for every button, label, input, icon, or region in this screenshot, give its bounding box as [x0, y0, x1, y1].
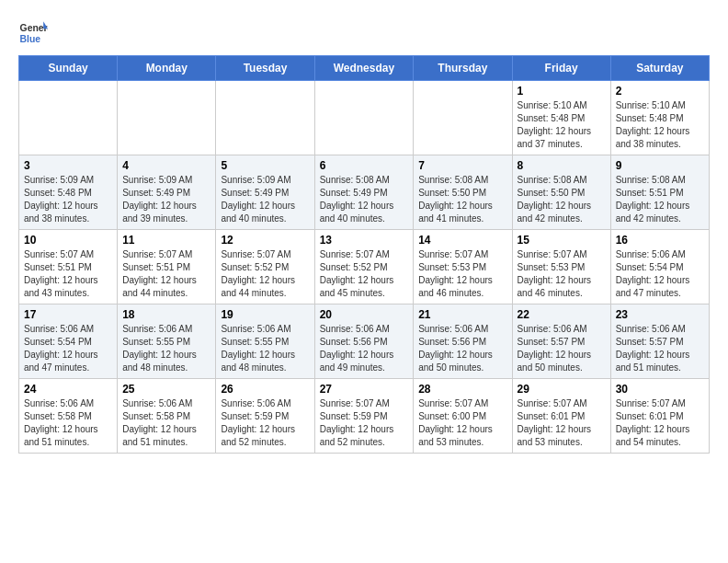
day-number: 4: [122, 159, 210, 172]
calendar-cell: 22Sunrise: 5:06 AM Sunset: 5:57 PM Dayli…: [512, 304, 610, 379]
day-number: 30: [616, 383, 704, 396]
calendar-cell: 13Sunrise: 5:07 AM Sunset: 5:52 PM Dayli…: [314, 230, 414, 304]
calendar-cell: 14Sunrise: 5:07 AM Sunset: 5:53 PM Dayli…: [414, 230, 512, 304]
weekday-header-sunday: Sunday: [19, 56, 118, 81]
day-number: 2: [616, 85, 704, 98]
day-info: Sunrise: 5:10 AM Sunset: 5:48 PM Dayligh…: [616, 99, 704, 151]
day-number: 3: [24, 159, 112, 172]
day-number: 1: [518, 85, 606, 98]
day-info: Sunrise: 5:10 AM Sunset: 5:48 PM Dayligh…: [518, 99, 606, 151]
calendar-cell: 3Sunrise: 5:09 AM Sunset: 5:48 PM Daylig…: [19, 155, 118, 230]
day-number: 23: [616, 308, 704, 321]
day-number: 20: [320, 308, 409, 321]
day-number: 25: [122, 383, 210, 396]
day-info: Sunrise: 5:07 AM Sunset: 5:51 PM Dayligh…: [24, 248, 112, 300]
day-number: 14: [418, 234, 506, 247]
day-info: Sunrise: 5:08 AM Sunset: 5:50 PM Dayligh…: [418, 174, 506, 225]
calendar-table: SundayMondayTuesdayWednesdayThursdayFrid…: [18, 55, 710, 454]
calendar-cell: 21Sunrise: 5:06 AM Sunset: 5:56 PM Dayli…: [414, 304, 512, 379]
calendar-cell: 16Sunrise: 5:06 AM Sunset: 5:54 PM Dayli…: [610, 230, 709, 304]
day-number: 17: [24, 308, 112, 321]
weekday-header-friday: Friday: [512, 56, 610, 81]
day-info: Sunrise: 5:06 AM Sunset: 5:57 PM Dayligh…: [518, 323, 606, 374]
day-info: Sunrise: 5:06 AM Sunset: 5:57 PM Dayligh…: [616, 323, 704, 374]
logo-icon: General Blue: [18, 18, 48, 48]
calendar-week-4: 17Sunrise: 5:06 AM Sunset: 5:54 PM Dayli…: [19, 304, 710, 379]
calendar-cell: 28Sunrise: 5:07 AM Sunset: 6:00 PM Dayli…: [414, 379, 512, 454]
calendar-cell: 17Sunrise: 5:06 AM Sunset: 5:54 PM Dayli…: [19, 304, 118, 379]
day-number: 11: [122, 234, 210, 247]
day-info: Sunrise: 5:09 AM Sunset: 5:49 PM Dayligh…: [221, 174, 309, 225]
calendar-cell: 19Sunrise: 5:06 AM Sunset: 5:55 PM Dayli…: [216, 304, 314, 379]
day-info: Sunrise: 5:07 AM Sunset: 6:01 PM Dayligh…: [518, 397, 606, 449]
day-number: 26: [221, 383, 309, 396]
day-number: 16: [616, 234, 704, 247]
calendar-body: 1Sunrise: 5:10 AM Sunset: 5:48 PM Daylig…: [19, 81, 710, 454]
calendar-cell: 4Sunrise: 5:09 AM Sunset: 5:49 PM Daylig…: [118, 155, 216, 230]
day-number: 22: [518, 308, 606, 321]
day-number: 18: [122, 308, 210, 321]
calendar-cell: 7Sunrise: 5:08 AM Sunset: 5:50 PM Daylig…: [414, 155, 512, 230]
day-info: Sunrise: 5:06 AM Sunset: 5:54 PM Dayligh…: [24, 323, 112, 374]
calendar-cell: 27Sunrise: 5:07 AM Sunset: 5:59 PM Dayli…: [314, 379, 414, 454]
calendar-cell: 1Sunrise: 5:10 AM Sunset: 5:48 PM Daylig…: [512, 81, 610, 155]
weekday-header-wednesday: Wednesday: [314, 56, 414, 81]
weekday-header-saturday: Saturday: [610, 56, 709, 81]
day-number: 12: [221, 234, 309, 247]
day-info: Sunrise: 5:07 AM Sunset: 5:52 PM Dayligh…: [320, 248, 409, 300]
weekday-header-tuesday: Tuesday: [216, 56, 314, 81]
calendar-cell: 29Sunrise: 5:07 AM Sunset: 6:01 PM Dayli…: [512, 379, 610, 454]
calendar-week-3: 10Sunrise: 5:07 AM Sunset: 5:51 PM Dayli…: [19, 230, 710, 304]
calendar-cell: 9Sunrise: 5:08 AM Sunset: 5:51 PM Daylig…: [610, 155, 709, 230]
calendar-cell: 24Sunrise: 5:06 AM Sunset: 5:58 PM Dayli…: [19, 379, 118, 454]
calendar-cell: [414, 81, 512, 155]
day-number: 21: [418, 308, 506, 321]
day-info: Sunrise: 5:08 AM Sunset: 5:49 PM Dayligh…: [320, 174, 409, 225]
calendar-week-1: 1Sunrise: 5:10 AM Sunset: 5:48 PM Daylig…: [19, 81, 710, 155]
calendar-cell: 12Sunrise: 5:07 AM Sunset: 5:52 PM Dayli…: [216, 230, 314, 304]
day-number: 13: [320, 234, 409, 247]
calendar-cell: 11Sunrise: 5:07 AM Sunset: 5:51 PM Dayli…: [118, 230, 216, 304]
day-number: 8: [518, 159, 606, 172]
day-number: 28: [418, 383, 506, 396]
day-number: 15: [518, 234, 606, 247]
calendar-cell: 10Sunrise: 5:07 AM Sunset: 5:51 PM Dayli…: [19, 230, 118, 304]
day-number: 10: [24, 234, 112, 247]
logo: General Blue: [18, 18, 48, 48]
day-info: Sunrise: 5:07 AM Sunset: 6:01 PM Dayligh…: [616, 397, 704, 449]
page-header: General Blue: [18, 18, 710, 48]
calendar-cell: [314, 81, 414, 155]
weekday-header-row: SundayMondayTuesdayWednesdayThursdayFrid…: [19, 56, 710, 81]
calendar-cell: [216, 81, 314, 155]
day-number: 27: [320, 383, 409, 396]
calendar-cell: [118, 81, 216, 155]
day-number: 24: [24, 383, 112, 396]
calendar-cell: 15Sunrise: 5:07 AM Sunset: 5:53 PM Dayli…: [512, 230, 610, 304]
calendar-cell: 25Sunrise: 5:06 AM Sunset: 5:58 PM Dayli…: [118, 379, 216, 454]
weekday-header-thursday: Thursday: [414, 56, 512, 81]
day-number: 7: [418, 159, 506, 172]
day-info: Sunrise: 5:06 AM Sunset: 5:55 PM Dayligh…: [122, 323, 210, 374]
day-info: Sunrise: 5:07 AM Sunset: 5:51 PM Dayligh…: [122, 248, 210, 300]
day-info: Sunrise: 5:07 AM Sunset: 5:53 PM Dayligh…: [518, 248, 606, 300]
day-info: Sunrise: 5:06 AM Sunset: 5:55 PM Dayligh…: [221, 323, 309, 374]
day-number: 5: [221, 159, 309, 172]
day-number: 6: [320, 159, 409, 172]
calendar-cell: 6Sunrise: 5:08 AM Sunset: 5:49 PM Daylig…: [314, 155, 414, 230]
calendar-cell: 23Sunrise: 5:06 AM Sunset: 5:57 PM Dayli…: [610, 304, 709, 379]
calendar-cell: 20Sunrise: 5:06 AM Sunset: 5:56 PM Dayli…: [314, 304, 414, 379]
day-info: Sunrise: 5:08 AM Sunset: 5:50 PM Dayligh…: [518, 174, 606, 225]
day-number: 9: [616, 159, 704, 172]
calendar-cell: 2Sunrise: 5:10 AM Sunset: 5:48 PM Daylig…: [610, 81, 709, 155]
weekday-header-monday: Monday: [118, 56, 216, 81]
calendar-cell: 5Sunrise: 5:09 AM Sunset: 5:49 PM Daylig…: [216, 155, 314, 230]
calendar-cell: [19, 81, 118, 155]
day-info: Sunrise: 5:06 AM Sunset: 5:54 PM Dayligh…: [616, 248, 704, 300]
day-info: Sunrise: 5:07 AM Sunset: 5:52 PM Dayligh…: [221, 248, 309, 300]
day-info: Sunrise: 5:07 AM Sunset: 6:00 PM Dayligh…: [418, 397, 506, 449]
day-info: Sunrise: 5:06 AM Sunset: 5:56 PM Dayligh…: [320, 323, 409, 374]
calendar-cell: 26Sunrise: 5:06 AM Sunset: 5:59 PM Dayli…: [216, 379, 314, 454]
day-number: 19: [221, 308, 309, 321]
calendar-cell: 8Sunrise: 5:08 AM Sunset: 5:50 PM Daylig…: [512, 155, 610, 230]
calendar-cell: 18Sunrise: 5:06 AM Sunset: 5:55 PM Dayli…: [118, 304, 216, 379]
